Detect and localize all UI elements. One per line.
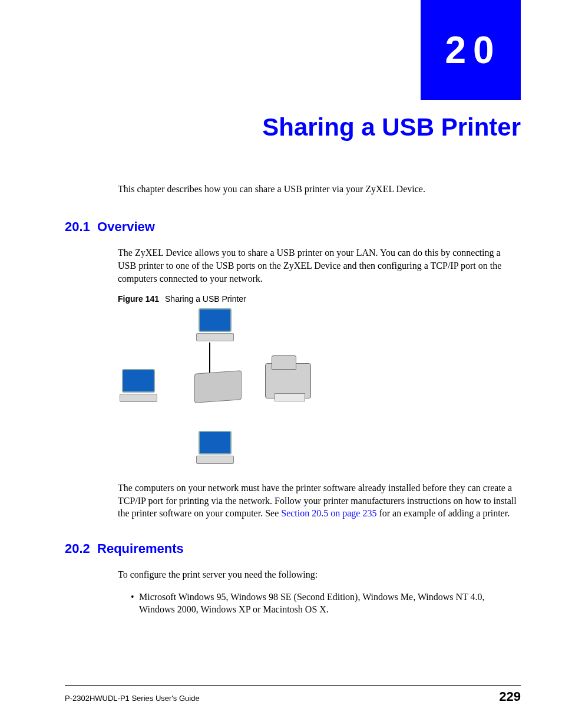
overview-paragraph-2: The computers on your network must have … bbox=[118, 482, 521, 520]
page-content: This chapter describes how you can share… bbox=[65, 183, 521, 620]
p2-post: for an example of adding a printer. bbox=[376, 508, 510, 518]
computer-icon bbox=[194, 431, 236, 469]
section-title: Overview bbox=[97, 219, 155, 234]
section-number: 20.2 bbox=[65, 541, 90, 556]
chapter-number-box: 20 bbox=[421, 0, 521, 100]
chapter-label: CHAPTER bbox=[65, 22, 108, 29]
chapter-title: Sharing a USB Printer bbox=[262, 113, 521, 141]
computer-icon bbox=[194, 308, 236, 346]
section-heading-requirements: 20.2 Requirements bbox=[65, 541, 521, 556]
figure-label: Figure 141 bbox=[118, 294, 159, 304]
figure-title: Sharing a USB Printer bbox=[165, 294, 246, 304]
requirements-intro: To configure the print server you need t… bbox=[118, 568, 521, 581]
page-footer: P-2302HWUDL-P1 Series User's Guide 229 bbox=[65, 685, 521, 704]
printer-icon bbox=[265, 363, 311, 398]
chapter-number: 20 bbox=[445, 28, 501, 72]
document-page: CHAPTER 20 Sharing a USB Printer This ch… bbox=[0, 0, 562, 728]
router-icon bbox=[194, 370, 242, 403]
requirements-list: Microsoft Windows 95, Windows 98 SE (Sec… bbox=[131, 591, 521, 616]
figure-caption: Figure 141Sharing a USB Printer bbox=[118, 294, 521, 304]
footer-guide-name: P-2302HWUDL-P1 Series User's Guide bbox=[65, 694, 200, 703]
figure-diagram bbox=[118, 307, 312, 472]
chapter-intro: This chapter describes how you can share… bbox=[118, 183, 521, 196]
section-heading-overview: 20.1 Overview bbox=[65, 219, 521, 235]
computer-icon bbox=[118, 369, 159, 407]
footer-page-number: 229 bbox=[499, 689, 521, 704]
cross-reference-link[interactable]: Section 20.5 on page 235 bbox=[281, 508, 376, 518]
overview-paragraph-1: The ZyXEL Device allows you to share a U… bbox=[118, 246, 521, 285]
section-number: 20.1 bbox=[65, 219, 90, 234]
antenna-icon bbox=[209, 342, 210, 373]
section-title: Requirements bbox=[97, 541, 184, 556]
list-item: Microsoft Windows 95, Windows 98 SE (Sec… bbox=[131, 591, 521, 616]
